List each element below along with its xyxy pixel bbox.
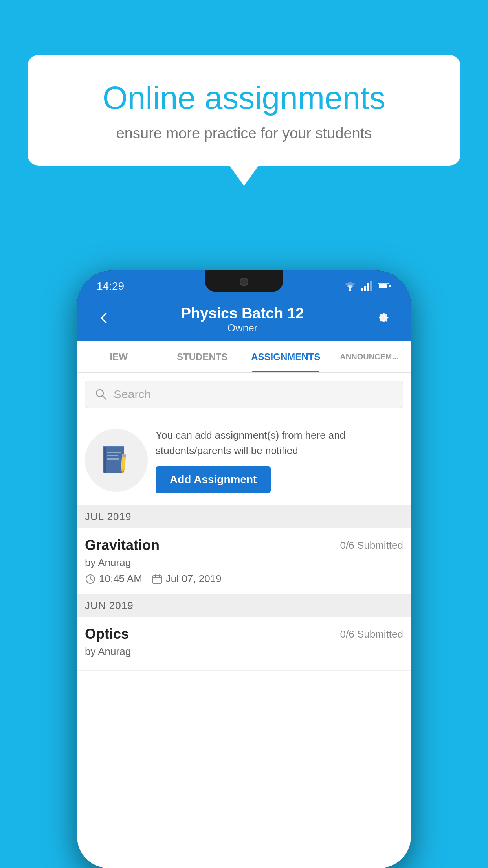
svg-rect-15 — [107, 458, 119, 460]
tabs-bar: IEW STUDENTS ASSIGNMENTS ANNOUNCEM... — [77, 341, 411, 373]
assignment-row1-optics: Optics 0/6 Submitted — [85, 626, 403, 642]
svg-rect-14 — [107, 455, 118, 456]
assignment-time-gravitation: 10:45 AM — [85, 573, 142, 585]
assignment-submitted-optics: 0/6 Submitted — [340, 628, 403, 640]
app-bar-center: Physics Batch 12 Owner — [181, 305, 304, 334]
camera — [240, 278, 248, 286]
notebook-icon — [99, 443, 134, 478]
svg-rect-7 — [389, 285, 391, 287]
battery-icon — [378, 282, 391, 290]
phone-frame: 14:29 — [77, 270, 411, 868]
month-label-jun: JUN 2019 — [85, 600, 134, 611]
svg-line-21 — [90, 579, 92, 580]
assignment-item-gravitation[interactable]: Gravitation 0/6 Submitted by Anurag 10:4… — [77, 528, 411, 594]
speech-bubble: Online assignments ensure more practice … — [28, 55, 460, 166]
back-button[interactable] — [93, 307, 115, 333]
tab-announcements-label: ANNOUNCEM... — [340, 352, 398, 361]
search-bar[interactable]: Search — [85, 381, 403, 408]
app-bar-title: Physics Batch 12 — [181, 305, 304, 322]
svg-rect-18 — [122, 454, 126, 458]
notch — [205, 270, 283, 292]
month-label-jul: JUL 2019 — [85, 511, 131, 522]
svg-rect-11 — [104, 446, 106, 473]
search-placeholder: Search — [114, 388, 151, 401]
status-time: 14:29 — [97, 280, 124, 292]
svg-rect-13 — [107, 452, 121, 453]
assignment-meta-gravitation: 10:45 AM Jul 07, 2019 — [85, 573, 403, 585]
tab-iew[interactable]: IEW — [77, 341, 161, 372]
assignment-submitted-gravitation: 0/6 Submitted — [340, 539, 403, 552]
tab-announcements[interactable]: ANNOUNCEM... — [328, 341, 411, 372]
assignment-name-optics: Optics — [85, 626, 129, 642]
svg-line-9 — [103, 396, 106, 399]
wifi-icon — [343, 281, 357, 291]
bubble-subtitle: ensure more practice for your students — [59, 125, 429, 142]
promo-icon-circle — [85, 429, 148, 492]
month-header-jun: JUN 2019 — [77, 594, 411, 617]
speech-bubble-container: Online assignments ensure more practice … — [28, 55, 460, 166]
svg-rect-1 — [361, 288, 363, 291]
add-assignment-button[interactable]: Add Assignment — [156, 466, 271, 493]
tab-assignments-label: ASSIGNMENTS — [251, 351, 320, 362]
tab-assignments[interactable]: ASSIGNMENTS — [244, 341, 328, 372]
promo-section: You can add assignment(s) from here and … — [77, 416, 411, 505]
svg-rect-4 — [370, 281, 372, 291]
tab-students-label: STUDENTS — [177, 351, 227, 362]
svg-rect-3 — [367, 283, 369, 291]
promo-description: You can add assignment(s) from here and … — [156, 428, 403, 458]
assignment-name-gravitation: Gravitation — [85, 537, 160, 554]
assignment-row1: Gravitation 0/6 Submitted — [85, 537, 403, 554]
settings-button[interactable] — [370, 305, 395, 334]
promo-text-area: You can add assignment(s) from here and … — [156, 428, 403, 493]
time-label-gravitation: 10:45 AM — [99, 573, 142, 585]
assignment-author-gravitation: by Anurag — [85, 557, 403, 569]
month-header-jul: JUL 2019 — [77, 505, 411, 528]
svg-rect-22 — [153, 576, 161, 583]
screen-content: Search — [77, 373, 411, 868]
clock-icon — [85, 574, 96, 585]
calendar-icon — [152, 574, 163, 585]
svg-rect-6 — [379, 284, 387, 288]
assignment-item-optics[interactable]: Optics 0/6 Submitted by Anurag — [77, 617, 411, 671]
assignment-author-optics: by Anurag — [85, 645, 403, 658]
app-bar: Physics Batch 12 Owner — [77, 298, 411, 341]
svg-rect-2 — [364, 286, 366, 291]
status-icons — [343, 281, 391, 291]
tab-students[interactable]: STUDENTS — [161, 341, 244, 372]
signal-icon — [361, 281, 373, 291]
assignment-date-gravitation: Jul 07, 2019 — [152, 573, 222, 585]
bubble-title: Online assignments — [59, 79, 429, 117]
svg-point-0 — [349, 289, 351, 291]
app-bar-subtitle: Owner — [181, 322, 304, 334]
tab-iew-label: IEW — [110, 351, 128, 362]
date-label-gravitation: Jul 07, 2019 — [166, 573, 222, 585]
svg-rect-12 — [103, 446, 124, 447]
search-icon — [95, 388, 107, 401]
